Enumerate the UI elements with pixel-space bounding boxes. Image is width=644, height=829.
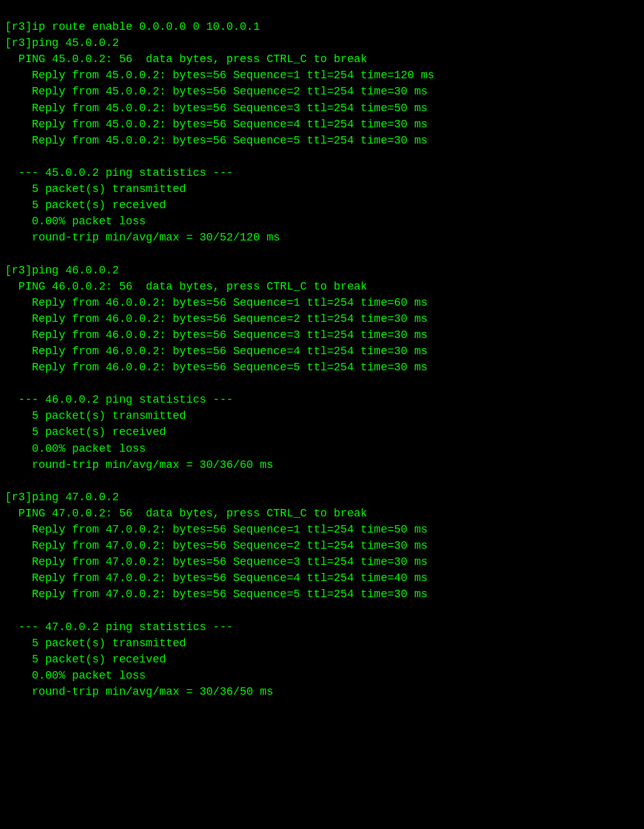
terminal-line: 5 packet(s) transmitted	[5, 635, 639, 651]
terminal-line: Reply from 45.0.0.2: bytes=56 Sequence=1…	[5, 67, 639, 83]
terminal-line	[5, 473, 639, 489]
terminal-line: 5 packet(s) transmitted	[5, 181, 639, 197]
terminal-line: 0.00% packet loss	[5, 441, 639, 457]
terminal-line: Reply from 46.0.0.2: bytes=56 Sequence=2…	[5, 311, 639, 327]
terminal-line: Reply from 45.0.0.2: bytes=56 Sequence=2…	[5, 83, 639, 99]
terminal-line: Reply from 47.0.0.2: bytes=56 Sequence=1…	[5, 521, 639, 538]
terminal-line: Reply from 46.0.0.2: bytes=56 Sequence=5…	[5, 359, 639, 375]
terminal-line: Reply from 45.0.0.2: bytes=56 Sequence=5…	[5, 132, 639, 149]
terminal-line: Reply from 47.0.0.2: bytes=56 Sequence=5…	[5, 586, 639, 602]
terminal-line	[5, 602, 639, 618]
terminal-line: [r3]ping 45.0.0.2	[5, 35, 639, 51]
terminal-line: Reply from 47.0.0.2: bytes=56 Sequence=2…	[5, 538, 639, 554]
terminal-line: PING 47.0.0.2: 56 data bytes, press CTRL…	[5, 505, 639, 521]
terminal-line: Reply from 45.0.0.2: bytes=56 Sequence=4…	[5, 116, 639, 132]
terminal-line: 0.00% packet loss	[5, 213, 639, 229]
terminal-line: round-trip min/avg/max = 30/36/60 ms	[5, 457, 639, 473]
terminal-line: [r3]ping 46.0.0.2	[5, 262, 639, 278]
terminal-line: 5 packet(s) received	[5, 424, 639, 440]
terminal-line: Reply from 47.0.0.2: bytes=56 Sequence=3…	[5, 554, 639, 570]
terminal-line: 5 packet(s) received	[5, 197, 639, 213]
terminal-line: PING 46.0.0.2: 56 data bytes, press CTRL…	[5, 278, 639, 295]
terminal-line: 5 packet(s) transmitted	[5, 408, 639, 424]
terminal-line	[5, 245, 639, 262]
terminal-line: [r3]ip route enable 0.0.0.0 0 10.0.0.1	[5, 19, 639, 35]
terminal-line	[5, 149, 639, 165]
terminal-line: Reply from 46.0.0.2: bytes=56 Sequence=3…	[5, 327, 639, 343]
terminal-line: round-trip min/avg/max = 30/52/120 ms	[5, 229, 639, 245]
terminal-line: PING 45.0.0.2: 56 data bytes, press CTRL…	[5, 51, 639, 67]
terminal-line: Reply from 47.0.0.2: bytes=56 Sequence=4…	[5, 570, 639, 586]
terminal-line: Reply from 45.0.0.2: bytes=56 Sequence=3…	[5, 100, 639, 116]
terminal-line: [r3]ping 47.0.0.2	[5, 489, 639, 505]
terminal-line: round-trip min/avg/max = 30/36/50 ms	[5, 684, 639, 700]
terminal-line: 5 packet(s) received	[5, 651, 639, 667]
terminal-output: [r3]ip route enable 0.0.0.0 0 10.0.0.1[r…	[5, 2, 639, 700]
terminal-line: Reply from 46.0.0.2: bytes=56 Sequence=1…	[5, 295, 639, 311]
terminal-line: --- 47.0.0.2 ping statistics ---	[5, 619, 639, 635]
terminal-line: 0.00% packet loss	[5, 667, 639, 684]
terminal-line: --- 46.0.0.2 ping statistics ---	[5, 392, 639, 408]
terminal-line	[5, 375, 639, 392]
terminal-line: Reply from 46.0.0.2: bytes=56 Sequence=4…	[5, 343, 639, 359]
terminal-line: --- 45.0.0.2 ping statistics ---	[5, 165, 639, 181]
